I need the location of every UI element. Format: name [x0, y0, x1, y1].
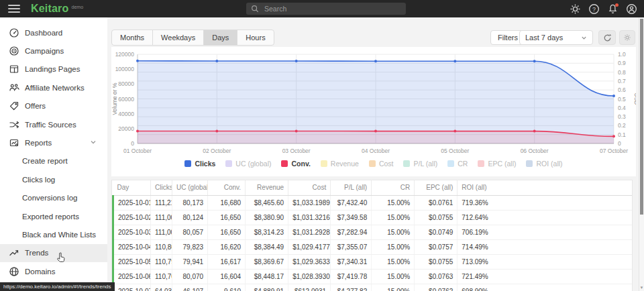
scrollbar-thumb[interactable] — [640, 19, 643, 215]
column-header-cost[interactable]: Cost — [288, 180, 331, 195]
column-header-epc-all-[interactable]: EPC (all) — [415, 180, 458, 195]
column-header-roi-all-[interactable]: ROI (all) — [458, 180, 632, 195]
scrollbar-down-arrow[interactable]: ▼ — [639, 286, 644, 290]
sidebar-item-label: Create report — [22, 157, 68, 165]
sidebar-item-affiliate-networks[interactable]: Affiliate Networks — [0, 78, 107, 97]
cell-cr: 15.00% — [372, 254, 415, 269]
legend-item-cr[interactable]: CR — [447, 160, 468, 168]
legend-item-conv-[interactable]: Conv. — [281, 160, 310, 168]
legend-item-revenue[interactable]: Revenue — [321, 160, 359, 168]
svg-text:0.6: 0.6 — [618, 86, 626, 93]
trends-table: DayClicksUC (global)Conv.RevenueCostP/L … — [111, 180, 633, 291]
svg-text:05 October: 05 October — [441, 148, 469, 154]
cell-revenue: $8,465.60 — [246, 195, 288, 210]
legend-item-clicks[interactable]: Clicks — [184, 160, 215, 168]
sidebar-item-create-report[interactable]: Create report — [0, 152, 107, 170]
sidebar: DashboardCampaignsLandings PagesAffiliat… — [0, 17, 107, 291]
cell-cost: $1,028.3930 — [288, 269, 331, 284]
svg-text:03 October: 03 October — [282, 148, 311, 154]
sidebar-item-conversions-log[interactable]: Conversions log — [0, 189, 107, 207]
sidebar-item-domains[interactable]: Domains — [0, 262, 107, 280]
chart-settings-button[interactable] — [619, 30, 635, 45]
chevron-down-icon — [581, 35, 587, 41]
table-row: 2025-10-03111,0080,05716,650$8,314.23$1,… — [113, 225, 633, 239]
cell-clicks: 111,21 — [151, 195, 172, 210]
column-header-revenue[interactable]: Revenue — [246, 180, 288, 195]
tab-days[interactable]: Days — [204, 30, 237, 45]
legend-label: UC (global) — [235, 160, 271, 168]
traffic-icon — [9, 119, 19, 130]
column-header-uc-global-[interactable]: UC (global) — [172, 180, 208, 195]
offers-icon — [9, 101, 19, 111]
sidebar-item-black-and-white-lists[interactable]: Black and White Lists — [0, 225, 107, 243]
sidebar-item-dashboard[interactable]: Dashboard — [0, 23, 107, 42]
legend-label: EPC (all) — [488, 160, 516, 168]
legend-item-p-l-all-[interactable]: P/L (all) — [403, 160, 437, 168]
cell-p-l-all-: $4,277.82 — [331, 284, 372, 291]
sidebar-item-reports[interactable]: Reports — [0, 133, 107, 152]
legend-label: Revenue — [331, 160, 359, 168]
svg-text:0.2: 0.2 — [618, 122, 626, 129]
sidebar-item-label: Clicks log — [22, 176, 55, 184]
sidebar-item-traffic-sources[interactable]: Traffic Sources — [0, 115, 107, 133]
tab-months[interactable]: Months — [112, 30, 153, 45]
cell-cost: $1,033.1989 — [288, 195, 331, 210]
cell-roi-all-: 714.49% — [458, 239, 632, 254]
cell-uc-global-: 80,057 — [172, 225, 208, 239]
cell-cost: $1,031.2928 — [288, 225, 331, 239]
column-header-conv-[interactable]: Conv. — [208, 180, 246, 195]
cell-cr: 15.00% — [372, 210, 415, 225]
column-header-day[interactable]: Day — [113, 180, 151, 195]
cell-epc-all-: $0.0755 — [415, 210, 458, 225]
search-box[interactable] — [246, 3, 406, 15]
sidebar-item-trends[interactable]: Trends — [0, 244, 107, 262]
hamburger-menu-icon[interactable] — [8, 5, 20, 13]
settings-gear-icon[interactable] — [570, 3, 581, 15]
legend-item-cost[interactable]: Cost — [369, 160, 394, 168]
legend-item-roi-all-[interactable]: ROI (all) — [526, 160, 562, 168]
legend-item-uc-global-[interactable]: UC (global) — [225, 160, 271, 168]
chevron-down-icon[interactable] — [90, 139, 97, 147]
table-row: 2025-10-05110,7979,94116,617$8,369.67$1,… — [113, 254, 633, 269]
page-scrollbar: ▼ — [639, 17, 644, 291]
legend-swatch — [447, 160, 454, 167]
tab-hours[interactable]: Hours — [237, 30, 273, 45]
sidebar-item-clicks-log[interactable]: Clicks log — [0, 170, 107, 188]
tab-weekdays[interactable]: Weekdays — [153, 30, 204, 45]
sidebar-item-label: Trends — [25, 249, 48, 257]
sidebar-item-campaigns[interactable]: Campaigns — [0, 42, 107, 60]
sidebar-item-landings-pages[interactable]: Landings Pages — [0, 60, 107, 78]
cell-conv-: 16,604 — [208, 269, 246, 284]
affiliate-icon — [9, 82, 19, 93]
svg-text:120000: 120000 — [115, 51, 135, 58]
svg-text:0: 0 — [618, 140, 621, 147]
column-header-cr[interactable]: CR — [372, 180, 415, 195]
sidebar-item-label: Landings Pages — [25, 65, 80, 73]
refresh-button[interactable] — [598, 30, 616, 45]
app-logo[interactable]: Keitaro — [31, 3, 69, 15]
svg-text:0.7: 0.7 — [618, 78, 626, 84]
cell-clicks: 111,00 — [151, 210, 172, 225]
reports-icon — [9, 137, 19, 148]
period-tabs: MonthsWeekdaysDaysHours — [111, 30, 274, 46]
column-header-p-l-all-[interactable]: P/L (all) — [331, 180, 372, 195]
sidebar-item-label: Affiliate Networks — [25, 84, 85, 92]
svg-text:02 October: 02 October — [203, 148, 231, 154]
notifications-bell-icon[interactable] — [607, 3, 619, 15]
cell-cost: $612.0931 — [288, 284, 331, 291]
cell-cr: 15.00% — [372, 269, 415, 284]
table-row: 2025-10-0764,0346,1079,610$4,889.91$612.… — [113, 284, 633, 291]
sidebar-item-exported-reports[interactable]: Exported reports — [0, 207, 107, 225]
sidebar-item-label: Conversions log — [22, 194, 77, 202]
search-input[interactable] — [263, 4, 393, 13]
user-avatar-icon[interactable] — [626, 3, 637, 15]
column-header-clicks[interactable]: Clicks — [151, 180, 172, 195]
legend-item-epc-all-[interactable]: EPC (all) — [478, 160, 516, 168]
date-range-select[interactable]: Last 7 days — [519, 30, 593, 45]
cell-conv-: 16,650 — [208, 225, 246, 239]
table-row: 2025-10-02111,0080,12416,650$8,380.90$1,… — [113, 210, 633, 225]
sidebar-item-offers[interactable]: Offers — [0, 97, 107, 115]
help-icon[interactable]: ? — [588, 3, 600, 15]
main-content: MonthsWeekdaysDaysHours Filters Last 7 d… — [107, 17, 639, 291]
svg-text:01 October: 01 October — [123, 148, 152, 154]
